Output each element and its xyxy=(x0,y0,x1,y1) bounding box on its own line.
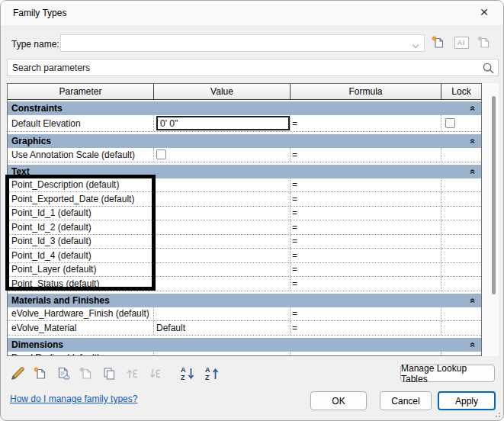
section-header-dimensions[interactable]: Dimensions« xyxy=(8,338,481,352)
parameter-formula-cell[interactable]: = xyxy=(291,277,441,291)
scrollbar-thumb[interactable] xyxy=(492,96,496,294)
titlebar: Family Types × xyxy=(1,1,503,25)
collapse-chevron-icon[interactable]: « xyxy=(468,297,479,303)
parameter-name: Use Annotation Scale (default) xyxy=(8,148,154,162)
collapse-chevron-icon[interactable]: « xyxy=(468,342,479,347)
parameter-value-cell[interactable] xyxy=(154,263,291,277)
collapse-chevron-icon[interactable]: « xyxy=(468,169,479,174)
section-header-text[interactable]: Text« xyxy=(8,165,481,178)
parameter-name: Point_Id_4 (default) xyxy=(8,249,154,262)
parameter-value-cell[interactable] xyxy=(154,235,291,249)
family-types-dialog: Family Types × Type name: AI xyxy=(0,0,504,421)
parameter-lock-cell xyxy=(441,321,481,335)
parameter-formula-cell[interactable]: = xyxy=(291,148,441,162)
collapse-chevron-icon[interactable]: « xyxy=(468,139,479,144)
cancel-button[interactable]: Cancel xyxy=(380,391,432,410)
rename-type-icon[interactable]: AI xyxy=(453,34,470,51)
column-header-formula[interactable]: Formula xyxy=(291,84,441,99)
search-icon[interactable] xyxy=(482,62,495,77)
parameter-value-cell[interactable] xyxy=(154,249,291,262)
table-row[interactable]: Point_Id_3 (default)= xyxy=(8,235,481,249)
parameter-formula-cell[interactable]: = xyxy=(291,263,441,277)
table-row[interactable]: Use Annotation Scale (default)= xyxy=(8,148,481,162)
ok-button[interactable]: OK xyxy=(310,391,367,410)
svg-text:Z: Z xyxy=(181,374,185,381)
parameter-formula-cell[interactable]: = xyxy=(291,235,441,249)
section-header-materials-and-finishes[interactable]: Materials and Finishes« xyxy=(8,294,481,307)
type-name-label: Type name: xyxy=(11,39,59,50)
new-parameter-icon[interactable] xyxy=(31,365,50,383)
parameter-lock-cell xyxy=(441,263,481,277)
parameter-value-cell[interactable]: Default xyxy=(154,321,291,335)
section-label: Materials and Finishes xyxy=(8,295,110,306)
search-input[interactable] xyxy=(12,59,470,76)
column-header-parameter[interactable]: Parameter xyxy=(8,84,154,99)
shared-parameter-icon[interactable] xyxy=(54,365,72,383)
parameter-value-cell[interactable] xyxy=(154,178,291,192)
copy-parameter-icon[interactable] xyxy=(100,365,118,383)
parameter-value-cell[interactable] xyxy=(154,277,291,291)
parameter-lock-cell xyxy=(441,220,481,234)
table-row[interactable]: Point_Id_1 (default)= xyxy=(8,207,481,221)
parameter-lock-cell xyxy=(441,235,481,249)
parameter-value-cell[interactable] xyxy=(154,220,291,234)
parameter-name: Point_Description (default) xyxy=(8,178,154,192)
manage-lookup-tables-button[interactable]: Manage Lookup Tables xyxy=(400,365,495,382)
help-link[interactable]: How do I manage family types? xyxy=(10,394,137,404)
parameter-value-cell[interactable]: 0' 0" xyxy=(154,115,291,131)
table-row[interactable]: eVolve_MaterialDefault= xyxy=(8,321,481,336)
lock-checkbox[interactable] xyxy=(445,118,455,128)
parameter-formula-cell[interactable]: = xyxy=(291,249,441,262)
value-checkbox[interactable] xyxy=(156,149,166,159)
parameter-value-cell[interactable] xyxy=(154,352,291,356)
svg-text:Z: Z xyxy=(205,374,210,381)
parameter-formula-cell[interactable]: = xyxy=(291,115,441,131)
parameter-name: eVolve_Material xyxy=(8,321,154,335)
table-row[interactable]: Bend Radius (default)= xyxy=(8,352,481,356)
edit-parameter-pencil-icon[interactable] xyxy=(8,365,27,383)
parameter-value-cell[interactable] xyxy=(154,307,291,321)
parameter-name: Point_Id_3 (default) xyxy=(8,235,154,249)
table-row[interactable]: Point_Id_2 (default)= xyxy=(8,220,481,235)
column-header-lock[interactable]: Lock xyxy=(441,84,481,99)
parameter-name: eVolve_Hardware_Finish (default) xyxy=(8,307,154,321)
column-header-value[interactable]: Value xyxy=(154,84,291,99)
parameter-value-cell[interactable] xyxy=(154,207,291,220)
dialog-title: Family Types xyxy=(13,8,66,18)
parameter-formula-cell[interactable]: = xyxy=(291,192,441,206)
value-editor[interactable]: 0' 0" xyxy=(156,116,290,130)
value-text: Default xyxy=(156,323,185,333)
section-header-graphics[interactable]: Graphics« xyxy=(8,134,481,148)
parameter-value-cell[interactable] xyxy=(154,148,291,162)
type-name-combobox[interactable] xyxy=(60,34,425,52)
table-row[interactable]: eVolve_Hardware_Finish (default)= xyxy=(8,307,481,322)
new-type-icon[interactable] xyxy=(430,34,447,51)
move-down-icon xyxy=(146,365,165,383)
table-scrollbar[interactable] xyxy=(482,83,499,356)
sort-descending-icon[interactable]: A Z xyxy=(203,365,221,383)
parameter-value-cell[interactable] xyxy=(154,192,291,206)
section-header-constraints[interactable]: Constraints« xyxy=(8,101,481,115)
svg-text:A: A xyxy=(205,366,210,374)
table-row[interactable]: Point_Status (default)= xyxy=(8,277,481,291)
parameter-formula-cell[interactable]: = xyxy=(291,220,441,234)
parameter-formula-cell[interactable]: = xyxy=(291,307,441,321)
search-box xyxy=(7,59,499,76)
parameter-formula-cell[interactable]: = xyxy=(291,352,441,356)
parameter-formula-cell[interactable]: = xyxy=(291,321,441,335)
table-row[interactable]: Default Elevation0' 0"= xyxy=(8,115,481,132)
delete-parameter-icon xyxy=(77,365,95,383)
apply-button[interactable]: Apply xyxy=(438,391,496,410)
parameter-formula-cell[interactable]: = xyxy=(291,178,441,192)
close-icon[interactable]: × xyxy=(473,2,496,22)
parameter-formula-cell[interactable]: = xyxy=(291,207,441,220)
table-row[interactable]: Point_Description (default)= xyxy=(8,178,481,193)
table-row[interactable]: Point_Exported_Date (default)= xyxy=(8,192,481,207)
table-row[interactable]: Point_Id_4 (default)= xyxy=(8,249,481,263)
resize-grip[interactable] xyxy=(494,411,500,417)
parameter-name: Point_Id_2 (default) xyxy=(8,220,154,234)
chevron-down-icon xyxy=(412,40,419,51)
collapse-chevron-icon[interactable]: « xyxy=(468,106,479,111)
sort-ascending-icon[interactable]: A Z xyxy=(178,365,197,383)
table-row[interactable]: Point_Layer (default)= xyxy=(8,263,481,278)
